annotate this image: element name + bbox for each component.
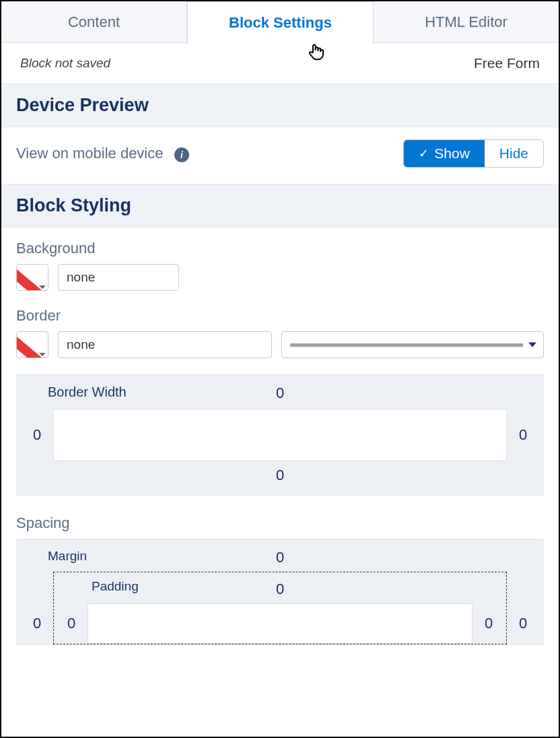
tab-bar: Content Block Settings HTML Editor <box>1 1 559 43</box>
show-hide-toggle: ✓ Show Hide <box>403 139 544 168</box>
padding-preview <box>88 603 473 644</box>
show-button[interactable]: ✓ Show <box>404 140 485 167</box>
view-mobile-label: View on mobile device <box>16 145 164 162</box>
border-width-right[interactable]: 0 <box>516 426 530 444</box>
border-style-select[interactable] <box>281 331 544 358</box>
background-color-picker[interactable] <box>16 264 48 291</box>
device-preview-body: View on mobile device i ✓ Show Hide <box>1 127 559 184</box>
show-label: Show <box>434 145 470 162</box>
block-styling-header: Block Styling <box>1 184 559 228</box>
tab-html-editor[interactable]: HTML Editor <box>374 1 559 43</box>
border-width-preview <box>53 409 507 461</box>
block-save-status: Block not saved <box>20 56 110 71</box>
chevron-down-icon <box>528 343 536 347</box>
chevron-down-icon <box>39 286 46 289</box>
border-width-widget: Border Width 0 0 0 0 <box>16 374 544 496</box>
spacing-label: Spacing <box>16 514 544 532</box>
hide-button[interactable]: Hide <box>485 140 543 167</box>
block-styling-body: Background Border Border Width 0 0 0 0 S… <box>1 228 559 661</box>
border-width-label: Border Width <box>48 384 127 400</box>
tab-content[interactable]: Content <box>1 1 187 43</box>
border-width-bottom[interactable]: 0 <box>30 467 530 484</box>
margin-right[interactable]: 0 <box>516 572 530 632</box>
margin-left[interactable]: 0 <box>30 572 44 632</box>
padding-label: Padding <box>92 579 139 594</box>
chevron-down-icon <box>39 353 46 356</box>
info-icon[interactable]: i <box>174 147 189 162</box>
padding-box: Padding 0 0 0 <box>53 572 507 644</box>
spacing-widget: Margin 0 0 Padding 0 0 0 0 <box>16 539 544 645</box>
border-color-picker[interactable] <box>16 331 48 358</box>
solid-line-icon <box>290 343 523 347</box>
background-value-input[interactable] <box>58 264 179 291</box>
tab-block-settings[interactable]: Block Settings <box>187 1 374 43</box>
device-preview-header: Device Preview <box>1 83 559 127</box>
padding-right[interactable]: 0 <box>482 615 495 632</box>
background-label: Background <box>16 240 544 257</box>
margin-top[interactable]: 0 <box>30 549 530 566</box>
check-icon: ✓ <box>419 146 429 161</box>
margin-label: Margin <box>48 549 87 564</box>
border-label: Border <box>16 307 544 325</box>
border-width-left[interactable]: 0 <box>30 426 44 444</box>
border-value-input[interactable] <box>58 331 272 358</box>
layout-type-label: Free Form <box>474 55 540 71</box>
status-row: Block not saved Free Form <box>1 43 559 83</box>
padding-left[interactable]: 0 <box>65 615 78 632</box>
